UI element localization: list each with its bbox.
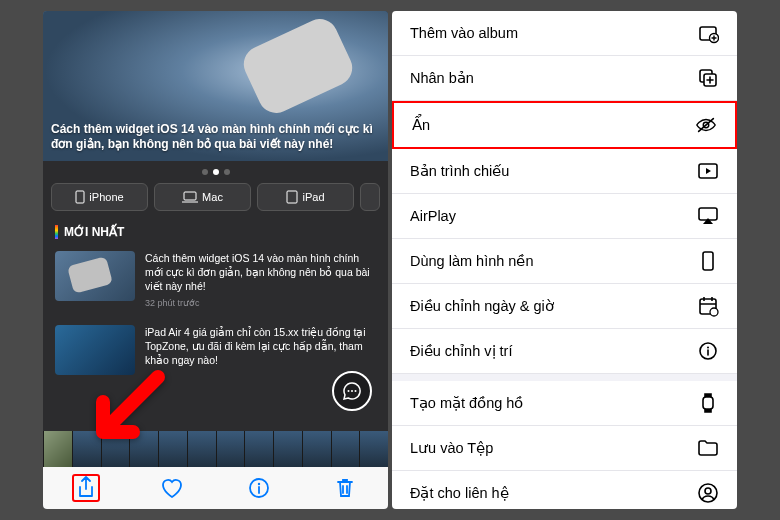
svg-rect-1 (184, 192, 196, 200)
left-screen: Cách thêm widget iOS 14 vào màn hình chí… (43, 11, 388, 509)
info-icon (697, 340, 719, 362)
menu-label: Tạo mặt đồng hồ (410, 395, 523, 411)
menu-item-duplicate[interactable]: Nhân bản (392, 56, 737, 101)
news-thumb (55, 251, 135, 301)
svg-rect-20 (703, 397, 713, 409)
news-thumb (55, 325, 135, 375)
menu-item-calendar[interactable]: Điều chỉnh ngày & giờ (392, 284, 737, 329)
menu-item-album-add[interactable]: Thêm vào album (392, 11, 737, 56)
menu-label: AirPlay (410, 208, 456, 224)
info-icon (248, 477, 270, 499)
svg-point-4 (351, 390, 353, 392)
menu-item-watch[interactable]: Tạo mặt đồng hồ (392, 381, 737, 426)
category-chips: iPhone Mac iPad (43, 183, 388, 221)
heart-icon (160, 477, 184, 499)
menu-label: Điều chỉnh vị trí (410, 343, 512, 359)
info-button[interactable] (245, 474, 273, 502)
svg-rect-15 (703, 252, 713, 270)
menu-label: Đặt cho liên hệ (410, 485, 509, 501)
calendar-icon (697, 295, 719, 317)
contact-icon (697, 482, 719, 504)
section-header: MỚI NHẤT (43, 221, 388, 243)
bottom-toolbar (43, 467, 388, 509)
news-time: 32 phút trước (145, 298, 376, 308)
news-title: iPad Air 4 giá giảm chỉ còn 15.xx triệu … (145, 325, 376, 375)
menu-label: Điều chỉnh ngày & giờ (410, 298, 554, 314)
share-sheet: Thêm vào albumNhân bảnẨnBản trình chiếuA… (392, 11, 737, 509)
share-icon (76, 476, 96, 500)
menu-item-contact[interactable]: Đặt cho liên hệ (392, 471, 737, 509)
menu-item-play-rect[interactable]: Bản trình chiếu (392, 149, 737, 194)
svg-point-22 (705, 488, 711, 494)
svg-point-7 (257, 483, 259, 485)
menu-label: Nhân bản (410, 70, 474, 86)
chip-mac[interactable]: Mac (154, 183, 251, 211)
folder-icon (697, 437, 719, 459)
menu-item-airplay[interactable]: AirPlay (392, 194, 737, 239)
menu-label: Thêm vào album (410, 25, 518, 41)
svg-point-17 (710, 308, 718, 316)
photo-strip[interactable] (43, 431, 388, 467)
svg-point-5 (355, 390, 357, 392)
menu-item-folder[interactable]: Lưu vào Tệp (392, 426, 737, 471)
svg-rect-0 (76, 191, 84, 203)
news-title: Cách thêm widget iOS 14 vào màn hình chí… (145, 251, 376, 294)
album-add-icon (697, 22, 719, 44)
trash-icon (335, 477, 355, 499)
svg-point-3 (348, 390, 350, 392)
delete-button[interactable] (331, 474, 359, 502)
watch-icon (697, 392, 719, 414)
share-button[interactable] (72, 474, 100, 502)
chat-fab[interactable] (332, 371, 372, 411)
chat-icon (342, 381, 362, 401)
menu-item-phone[interactable]: Dùng làm hình nền (392, 239, 737, 284)
chip-ipad[interactable]: iPad (257, 183, 354, 211)
news-item-2[interactable]: iPad Air 4 giá giảm chỉ còn 15.xx triệu … (43, 321, 388, 379)
airplay-icon (697, 205, 719, 227)
menu-item-info[interactable]: Điều chỉnh vị trí (392, 329, 737, 374)
eye-off-icon (695, 114, 717, 136)
play-rect-icon (697, 160, 719, 182)
news-item-1[interactable]: Cách thêm widget iOS 14 vào màn hình chí… (43, 243, 388, 316)
menu-label: Lưu vào Tệp (410, 440, 493, 456)
menu-item-eye-off[interactable]: Ẩn (392, 101, 737, 149)
menu-label: Bản trình chiếu (410, 163, 509, 179)
duplicate-icon (697, 67, 719, 89)
favorite-button[interactable] (158, 474, 186, 502)
chip-more[interactable] (360, 183, 380, 211)
page-dots (43, 161, 388, 183)
chip-iphone[interactable]: iPhone (51, 183, 148, 211)
svg-point-19 (707, 347, 709, 349)
menu-label: Dùng làm hình nền (410, 253, 533, 269)
hero-article[interactable]: Cách thêm widget iOS 14 vào màn hình chí… (43, 11, 388, 161)
phone-icon (697, 250, 719, 272)
hero-title: Cách thêm widget iOS 14 vào màn hình chí… (51, 122, 380, 153)
menu-label: Ẩn (412, 117, 430, 133)
svg-rect-2 (287, 191, 297, 203)
